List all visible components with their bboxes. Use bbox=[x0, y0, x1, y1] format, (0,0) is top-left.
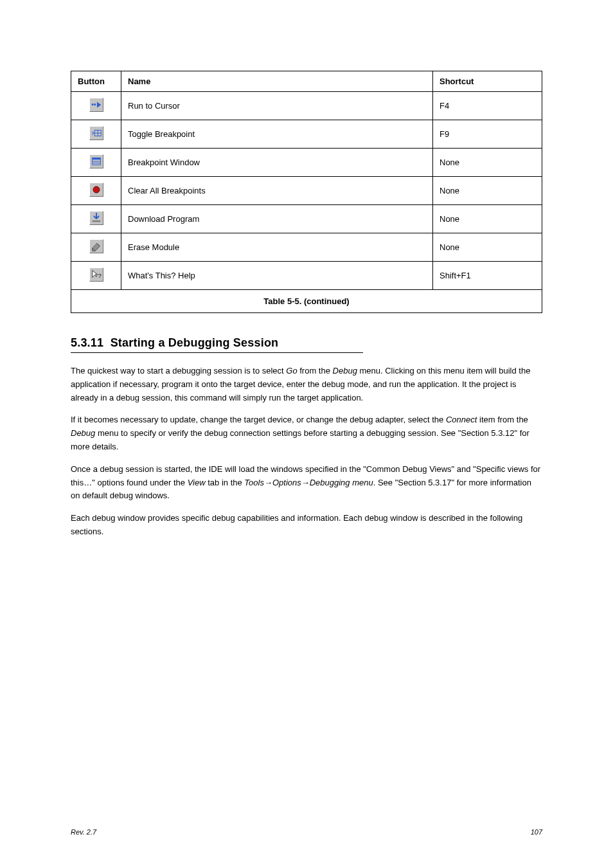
cell-name: Erase Module bbox=[121, 233, 433, 262]
table-row: Run to Cursor F4 bbox=[71, 92, 542, 120]
svg-rect-1 bbox=[94, 104, 96, 105]
section-number: 5.3.11 bbox=[71, 336, 103, 349]
em-go: Go bbox=[286, 366, 297, 375]
run-to-cursor-icon bbox=[89, 98, 103, 112]
clear-breakpoints-icon bbox=[89, 183, 103, 197]
breakpoint-window-icon bbox=[89, 154, 103, 168]
cell-shortcut: None bbox=[433, 233, 542, 262]
footer-right: 107 bbox=[531, 828, 542, 836]
section-heading: 5.3.11 Starting a Debugging Session bbox=[71, 336, 363, 353]
table-caption: Table 5-5. (continued) bbox=[71, 290, 542, 313]
header-button: Button bbox=[71, 71, 121, 92]
table-header-row: Button Name Shortcut bbox=[71, 71, 542, 92]
cell-shortcut: Shift+F1 bbox=[433, 262, 542, 290]
em-debug: Debug bbox=[71, 428, 95, 438]
em-tools-path: Tools→Options→Debugging menu bbox=[244, 478, 373, 487]
toggle-breakpoint-icon bbox=[89, 126, 103, 140]
toolbar-reference-table: Button Name Shortcut Run to Cursor F4 bbox=[71, 71, 542, 313]
em-connect: Connect bbox=[446, 415, 477, 424]
cell-name: Toggle Breakpoint bbox=[121, 120, 433, 149]
em-view: View bbox=[188, 478, 206, 487]
footer-left: Rev. 2.7 bbox=[71, 828, 96, 836]
svg-text:?: ? bbox=[98, 273, 101, 279]
cell-shortcut: None bbox=[433, 149, 542, 177]
svg-point-9 bbox=[93, 186, 100, 193]
page-footer: Rev. 2.7 107 bbox=[71, 828, 542, 836]
cell-name: Breakpoint Window bbox=[121, 149, 433, 177]
svg-rect-10 bbox=[92, 221, 100, 222]
paragraph: If it becomes necessary to update, chang… bbox=[71, 413, 542, 453]
header-name: Name bbox=[121, 71, 433, 92]
erase-module-icon bbox=[89, 239, 103, 253]
cell-name: Clear All Breakpoints bbox=[121, 177, 433, 205]
download-program-icon bbox=[89, 211, 103, 225]
table-row: Clear All Breakpoints None bbox=[71, 177, 542, 205]
header-shortcut: Shortcut bbox=[433, 71, 542, 92]
cell-shortcut: None bbox=[433, 177, 542, 205]
cell-name: Download Program bbox=[121, 205, 433, 233]
table-row: Toggle Breakpoint F9 bbox=[71, 120, 542, 149]
cell-shortcut: F9 bbox=[433, 120, 542, 149]
table-row: ? What's This? Help Shift+F1 bbox=[71, 262, 542, 290]
em-debug: Debug bbox=[333, 366, 357, 375]
whats-this-icon: ? bbox=[89, 267, 103, 282]
table-row: Breakpoint Window None bbox=[71, 149, 542, 177]
svg-rect-0 bbox=[91, 104, 93, 105]
paragraph: Once a debug session is started, the IDE… bbox=[71, 463, 542, 503]
table-row: Download Program None bbox=[71, 205, 542, 233]
cell-shortcut: F4 bbox=[433, 92, 542, 120]
cell-name: What's This? Help bbox=[121, 262, 433, 290]
paragraph: The quickest way to start a debugging se… bbox=[71, 365, 542, 404]
cell-name: Run to Cursor bbox=[121, 92, 433, 120]
svg-rect-6 bbox=[92, 158, 100, 160]
table-caption-row: Table 5-5. (continued) bbox=[71, 290, 542, 313]
paragraph: Each debug window provides specific debu… bbox=[71, 512, 542, 539]
cell-shortcut: None bbox=[433, 205, 542, 233]
section-title: Starting a Debugging Session bbox=[111, 336, 279, 349]
table-row: Erase Module None bbox=[71, 233, 542, 262]
section-body: The quickest way to start a debugging se… bbox=[71, 365, 542, 539]
